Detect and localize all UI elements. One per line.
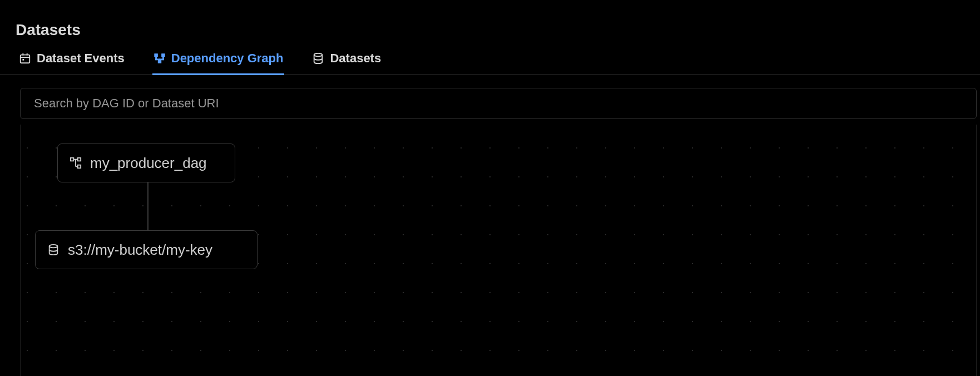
search-input[interactable] [20, 88, 977, 119]
svg-rect-7 [158, 60, 161, 63]
graph-node-dag[interactable]: my_producer_dag [57, 144, 235, 182]
svg-rect-15 [78, 165, 81, 169]
tab-dependency-graph[interactable]: Dependency Graph [152, 51, 285, 75]
svg-rect-5 [155, 54, 158, 57]
tab-dataset-events[interactable]: Dataset Events [18, 51, 126, 75]
graph-edge [147, 182, 149, 230]
tab-label: Dataset Events [37, 51, 125, 66]
svg-point-19 [50, 245, 58, 248]
svg-rect-13 [71, 158, 73, 161]
graph-node-dataset[interactable]: s3://my-bucket/my-key [35, 230, 258, 269]
database-icon [47, 243, 60, 256]
svg-rect-4 [22, 59, 24, 61]
svg-rect-9 [155, 59, 159, 60]
tab-label: Dependency Graph [171, 51, 284, 66]
dag-tree-icon [69, 156, 82, 170]
svg-point-12 [314, 53, 323, 57]
graph-icon [154, 52, 166, 65]
svg-rect-0 [21, 55, 30, 63]
graph-node-label: s3://my-bucket/my-key [68, 241, 212, 259]
tab-label: Datasets [330, 51, 381, 66]
tabs-bar: Dataset Events Dependency Graph Datasets [0, 39, 980, 75]
svg-rect-6 [161, 54, 165, 57]
svg-rect-14 [78, 158, 81, 161]
calendar-icon [19, 52, 31, 65]
search-wrap [0, 75, 980, 119]
tab-datasets[interactable]: Datasets [311, 51, 382, 75]
svg-rect-11 [160, 59, 164, 60]
page-title: Datasets [0, 0, 980, 39]
database-icon [312, 52, 324, 65]
graph-canvas[interactable]: my_producer_dag s3://my-bucket/my-key [20, 125, 977, 376]
graph-node-label: my_producer_dag [90, 155, 207, 172]
